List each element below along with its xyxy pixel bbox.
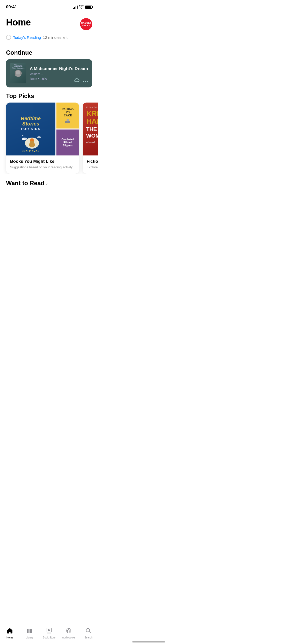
svg-text:✦: ✦	[37, 141, 38, 142]
book-author: William...	[30, 72, 88, 76]
cake-bird-icon	[64, 118, 72, 124]
status-time: 09:41	[6, 5, 17, 10]
pick-card-books-you-might-like[interactable]: BedtimeStories FOR KIDS	[6, 103, 79, 174]
novel-label: A Novel	[86, 141, 98, 144]
status-icons	[73, 5, 92, 9]
fiction-card-title: Fiction	[87, 159, 98, 164]
cloud-icon[interactable]	[74, 78, 80, 83]
svg-text:✦: ✦	[22, 135, 24, 137]
top-picks-section-title: Top Picks	[0, 87, 98, 103]
reading-label: Today's Reading	[13, 35, 41, 40]
more-icon[interactable]	[83, 78, 88, 83]
bedtime-for-kids: FOR KIDS	[19, 127, 42, 131]
battery-icon	[85, 6, 92, 9]
want-to-read-section[interactable]: Want to Read ›	[0, 174, 98, 189]
continue-section-title: Continue	[0, 44, 98, 59]
svg-point-10	[37, 136, 41, 138]
side-book-slippers: CrochetedRibbedSlippers	[56, 130, 79, 155]
want-to-read-title: Want to Read	[6, 180, 44, 187]
pick-images: BedtimeStories FOR KIDS	[6, 103, 79, 155]
wifi-icon	[79, 5, 84, 9]
signal-icon	[73, 5, 78, 9]
partial-book-title: THEWOM	[86, 126, 98, 139]
page-title: Home	[6, 17, 31, 28]
svg-point-14	[67, 119, 69, 121]
author-name: UNCLE AMON	[19, 150, 42, 152]
svg-point-7	[31, 138, 33, 140]
svg-point-9	[22, 138, 25, 140]
pick-card-title: Books You Might Like	[10, 159, 75, 164]
book-thumbnail: A MidsummerNight's DreamWilliam Shakespe…	[10, 63, 26, 83]
pick-card-desc: Suggestions based on your reading activi…	[10, 165, 75, 170]
reading-progress-circle	[6, 35, 11, 40]
top-picks-scroll[interactable]: BedtimeStories FOR KIDS	[0, 103, 98, 174]
fiction-book-cover: #1 New York Times KRISHAN THEWOM A Novel	[83, 103, 98, 155]
book-thumb-face	[15, 70, 22, 77]
reading-goal[interactable]: Today's Reading 12 minutes left	[0, 33, 98, 44]
avatar-line1: GADGET	[81, 22, 91, 24]
header: Home GADGET HACKS	[0, 12, 98, 33]
want-to-read-arrow: ›	[46, 180, 48, 186]
svg-point-2	[87, 81, 88, 82]
avatar[interactable]: GADGET HACKS	[80, 18, 92, 30]
status-bar: 09:41	[0, 0, 98, 12]
nyt-badge: #1 New York Times	[86, 106, 98, 108]
book-author-name: KRISHAN	[86, 110, 98, 125]
moon-bear-illustration: ✦ ✦	[19, 132, 42, 149]
book-thumb-title: A MidsummerNight's DreamWilliam Shakespe…	[12, 64, 24, 69]
main-book-cover: BedtimeStories FOR KIDS	[6, 103, 55, 155]
side-book-patrick: PATRICKVSCAKE	[56, 103, 79, 128]
side-books: PATRICKVSCAKE CrochetedRibbedSlippers	[56, 103, 79, 155]
svg-point-1	[85, 81, 86, 82]
fiction-card-text: Fiction Explore best-selling genre.	[83, 155, 98, 174]
pick-card-text: Books You Might Like Suggestions based o…	[6, 155, 79, 174]
pick-card-fiction[interactable]: #1 New York Times KRISHAN THEWOM A Novel…	[83, 103, 98, 174]
bedtime-title-line1: BedtimeStories	[19, 116, 42, 126]
book-title: A Midsummer Night's Dream	[30, 66, 88, 72]
reading-time-left: 12 minutes left	[43, 35, 68, 40]
fiction-card-desc: Explore best-selling genre.	[87, 165, 98, 170]
avatar-line2: HACKS	[82, 24, 90, 27]
card-actions	[74, 78, 88, 83]
svg-point-0	[83, 81, 84, 82]
continue-card[interactable]: A MidsummerNight's DreamWilliam Shakespe…	[6, 59, 92, 87]
